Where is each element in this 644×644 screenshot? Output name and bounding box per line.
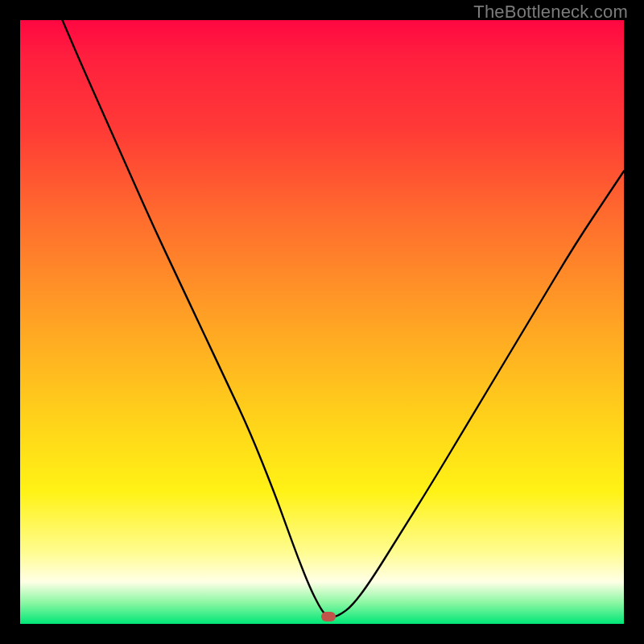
chart-frame: TheBottleneck.com <box>0 0 644 644</box>
plot-area <box>20 20 624 624</box>
bottleneck-curve <box>20 20 624 624</box>
optimal-point-marker <box>321 612 336 621</box>
